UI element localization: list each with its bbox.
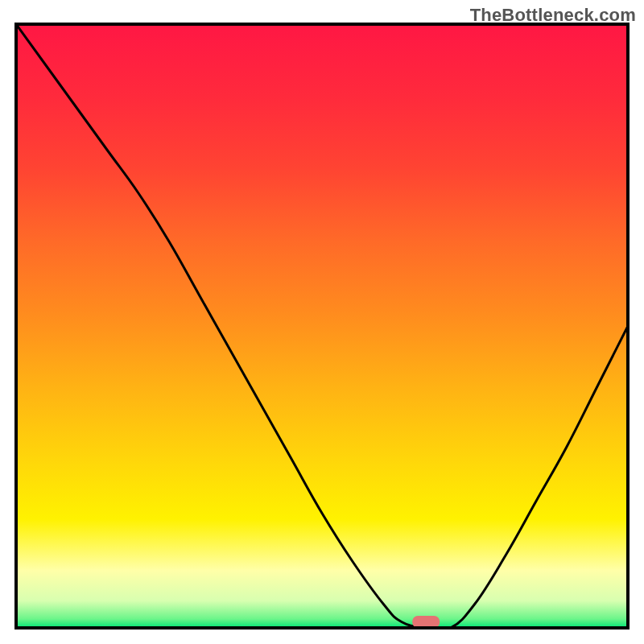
bottleneck-chart bbox=[0, 0, 644, 644]
optimum-marker bbox=[412, 616, 440, 628]
gradient-background bbox=[16, 24, 628, 628]
plot-area bbox=[16, 24, 628, 630]
chart-stage: TheBottleneck.com bbox=[0, 0, 644, 644]
